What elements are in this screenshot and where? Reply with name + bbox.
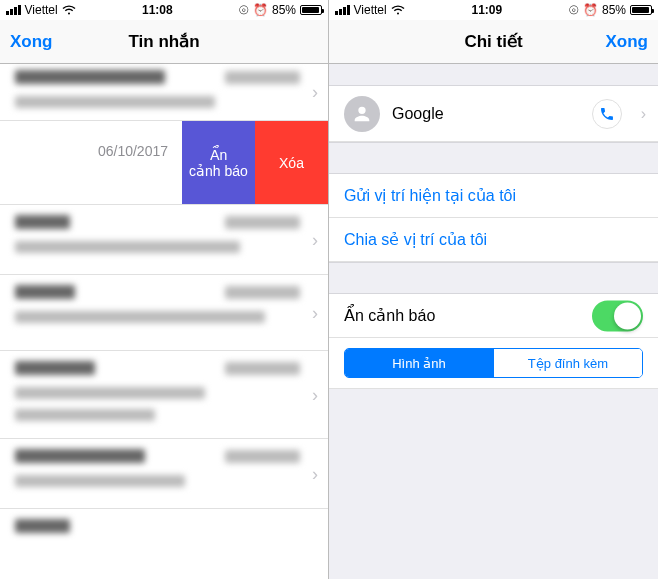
contact-name: Google <box>392 105 444 123</box>
message-row[interactable]: › <box>0 275 328 351</box>
wifi-icon <box>62 5 76 15</box>
lock-icon: ⦾ <box>569 3 579 17</box>
battery-icon <box>630 5 652 15</box>
hide-alerts-toggle[interactable] <box>592 300 643 331</box>
nav-bar: Chi tiết Xong <box>329 20 658 64</box>
hide-alerts-cell[interactable]: Ẩn cảnh báo <box>329 294 658 338</box>
status-bar: Viettel 11:08 ⦾ ⏰ 85% <box>0 0 328 20</box>
chevron-right-icon: › <box>312 384 318 405</box>
left-screen: Viettel 11:08 ⦾ ⏰ 85% Xong Tin nhắn › 06… <box>0 0 329 579</box>
alarm-icon: ⏰ <box>583 3 598 17</box>
contact-cell[interactable]: Google › <box>329 86 658 142</box>
nav-bar: Xong Tin nhắn <box>0 20 328 64</box>
status-time: 11:09 <box>471 3 502 17</box>
segmented-control-wrap: Hình ảnh Tệp đính kèm <box>329 338 658 389</box>
chevron-right-icon: › <box>312 229 318 250</box>
message-date: 06/10/2017 <box>0 143 168 159</box>
segment-attachments[interactable]: Tệp đính kèm <box>493 349 642 377</box>
battery-percent: 85% <box>272 3 296 17</box>
message-row[interactable] <box>0 509 328 559</box>
hide-alerts-swipe-button[interactable]: Ẩn cảnh báo <box>182 121 255 204</box>
send-location-cell[interactable]: Gửi vị trí hiện tại của tôi <box>329 174 658 218</box>
alarm-icon: ⏰ <box>253 3 268 17</box>
message-row-swiped[interactable]: 06/10/2017 Google Ẩn cảnh báo Xóa <box>0 121 328 205</box>
messages-list[interactable]: › 06/10/2017 Google Ẩn cảnh báo Xóa › › <box>0 64 328 559</box>
send-location-label: Gửi vị trí hiện tại của tôi <box>344 186 516 205</box>
battery-icon <box>300 5 322 15</box>
nav-title: Chi tiết <box>464 31 522 52</box>
call-button[interactable] <box>592 99 622 129</box>
wifi-icon <box>391 5 405 15</box>
done-button[interactable]: Xong <box>0 20 63 63</box>
share-location-label: Chia sẻ vị trí của tôi <box>344 230 487 249</box>
lock-icon: ⦾ <box>239 3 249 17</box>
chevron-right-icon: › <box>312 302 318 323</box>
share-location-cell[interactable]: Chia sẻ vị trí của tôi <box>329 218 658 262</box>
message-row[interactable]: › <box>0 439 328 509</box>
segment-images[interactable]: Hình ảnh <box>345 349 493 377</box>
status-bar: Viettel 11:09 ⦾ ⏰ 85% <box>329 0 658 20</box>
message-sender: Google <box>0 167 168 183</box>
message-row[interactable]: › <box>0 64 328 121</box>
hide-alerts-label: Ẩn cảnh báo <box>344 306 435 325</box>
right-screen: Viettel 11:09 ⦾ ⏰ 85% Chi tiết Xong Goog… <box>329 0 658 579</box>
battery-percent: 85% <box>602 3 626 17</box>
chevron-right-icon: › <box>312 463 318 484</box>
section-separator <box>329 64 658 86</box>
section-separator <box>329 262 658 294</box>
carrier-label: Viettel <box>354 3 387 17</box>
chevron-right-icon: › <box>312 82 318 103</box>
message-row[interactable]: › <box>0 205 328 275</box>
carrier-label: Viettel <box>25 3 58 17</box>
segmented-control[interactable]: Hình ảnh Tệp đính kèm <box>344 348 643 378</box>
content-area <box>329 389 658 579</box>
message-row[interactable]: › <box>0 351 328 439</box>
delete-swipe-button[interactable]: Xóa <box>255 121 328 204</box>
signal-icon <box>335 5 350 15</box>
done-button[interactable]: Xong <box>596 20 659 63</box>
nav-title: Tin nhắn <box>128 31 199 52</box>
signal-icon <box>6 5 21 15</box>
status-time: 11:08 <box>142 3 173 17</box>
chevron-right-icon: › <box>641 105 646 123</box>
avatar-icon <box>344 96 380 132</box>
section-separator <box>329 142 658 174</box>
phone-icon <box>599 106 615 122</box>
